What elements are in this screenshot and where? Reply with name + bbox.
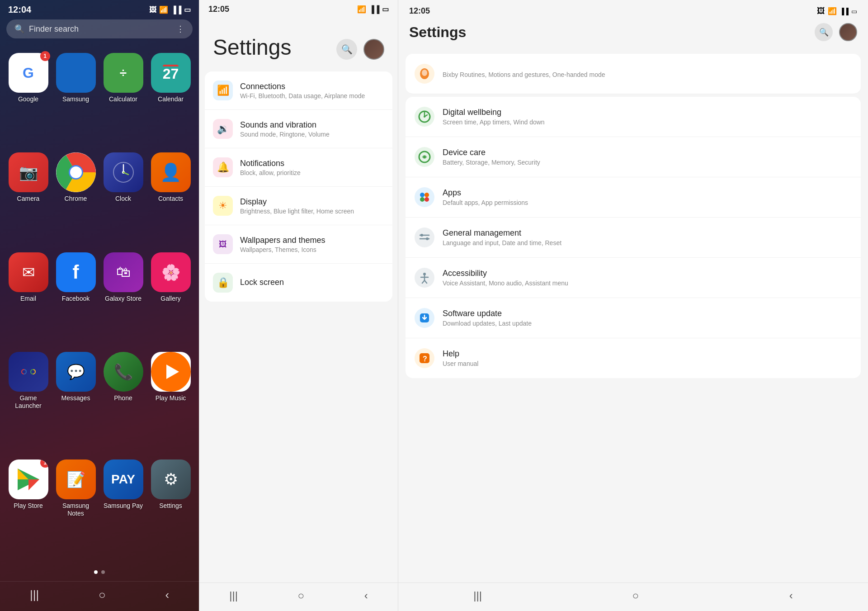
app-chrome[interactable]: Chrome bbox=[52, 148, 99, 247]
software-update-icon bbox=[415, 308, 434, 328]
finder-search-bar[interactable]: 🔍 Finder search ⋮ bbox=[6, 19, 193, 38]
home-screen: 12:04 🖼 📶 ▐▐ ▭ 🔍 Finder search ⋮ G 1 Goo… bbox=[0, 0, 199, 611]
back-button[interactable]: ‹ bbox=[789, 589, 793, 602]
settings-item-software-update[interactable]: Software update Download updates, Last u… bbox=[406, 298, 861, 338]
app-calculator[interactable]: ÷ Calculator bbox=[99, 48, 147, 148]
wallpapers-sub: Wallpapers, Themes, Icons bbox=[240, 246, 384, 253]
search-placeholder: Finder search bbox=[29, 24, 79, 34]
connections-title: Connections bbox=[240, 82, 384, 91]
settings-item-display[interactable]: ☀ Display Brightness, Blue light filter,… bbox=[205, 187, 392, 225]
settings-hero-icons: 🔍 bbox=[336, 39, 384, 60]
app-label-galaxy-store: Galaxy Store bbox=[105, 295, 142, 303]
app-contacts[interactable]: 👤 Contacts bbox=[147, 148, 194, 247]
app-google[interactable]: G 1 Google bbox=[5, 48, 52, 148]
app-samsung[interactable]: Samsung bbox=[52, 48, 99, 148]
help-sub: User manual bbox=[443, 360, 852, 367]
home-time: 12:04 bbox=[8, 5, 31, 15]
device-care-icon bbox=[415, 147, 434, 167]
app-label-contacts: Contacts bbox=[158, 195, 183, 203]
app-game-launcher[interactable]: Game Launcher bbox=[5, 347, 52, 455]
settings-item-wallpapers[interactable]: 🖼 Wallpapers and themes Wallpapers, Them… bbox=[205, 225, 392, 264]
app-label-messages: Messages bbox=[61, 394, 90, 402]
app-camera[interactable]: 📷 Camera bbox=[5, 148, 52, 247]
settings-item-help[interactable]: ? Help User manual bbox=[406, 338, 861, 378]
settings-item-lockscreen[interactable]: 🔒 Lock screen bbox=[205, 264, 392, 302]
wifi-icon: 📶 bbox=[828, 7, 837, 15]
settings-item-bixby[interactable]: Bixby Routines, Motions and gestures, On… bbox=[406, 54, 861, 94]
app-phone[interactable]: 📞 Phone bbox=[99, 347, 147, 455]
settings-item-device-care[interactable]: Device care Battery, Storage, Memory, Se… bbox=[406, 137, 861, 177]
battery-icon: ▭ bbox=[382, 5, 389, 14]
svg-point-22 bbox=[423, 156, 426, 158]
app-messages[interactable]: 💬 Messages bbox=[52, 347, 99, 455]
app-play-music[interactable]: Play Music bbox=[147, 347, 194, 455]
device-care-title: Device care bbox=[443, 148, 852, 157]
settings-list: 📶 Connections Wi-Fi, Bluetooth, Data usa… bbox=[199, 69, 398, 583]
app-label-samsung: Samsung bbox=[62, 95, 89, 103]
software-update-sub: Download updates, Last update bbox=[443, 320, 852, 327]
recents-button[interactable]: ||| bbox=[473, 589, 482, 602]
app-galaxy-store[interactable]: 🛍 Galaxy Store bbox=[99, 248, 147, 347]
app-label-clock: Clock bbox=[115, 195, 131, 203]
back-button[interactable]: ‹ bbox=[364, 589, 368, 602]
app-play-store[interactable]: 1 Play Store bbox=[5, 455, 52, 562]
signal-icon: ▐▐ bbox=[369, 5, 379, 14]
sounds-icon: 🔉 bbox=[213, 119, 233, 139]
notifications-title: Notifications bbox=[240, 159, 384, 168]
accessibility-sub: Voice Assistant, Mono audio, Assistant m… bbox=[443, 279, 852, 287]
settings-item-apps[interactable]: Apps Default apps, App permissions bbox=[406, 177, 861, 218]
app-label-settings: Settings bbox=[159, 502, 182, 510]
dot-1 bbox=[94, 570, 98, 574]
home-button[interactable]: ○ bbox=[632, 589, 639, 602]
home-button[interactable]: ○ bbox=[99, 588, 106, 602]
notifications-icon: 🔔 bbox=[213, 157, 233, 177]
search-button[interactable]: 🔍 bbox=[815, 23, 833, 41]
settings-item-accessibility[interactable]: Accessibility Voice Assistant, Mono audi… bbox=[406, 258, 861, 298]
app-samsung-pay[interactable]: PAY Samsung Pay bbox=[99, 455, 147, 562]
settings-item-general-management[interactable]: General management Language and input, D… bbox=[406, 218, 861, 258]
settings-item-connections[interactable]: 📶 Connections Wi-Fi, Bluetooth, Data usa… bbox=[205, 71, 392, 110]
app-label-phone: Phone bbox=[114, 394, 132, 402]
app-facebook[interactable]: f Facebook bbox=[52, 248, 99, 347]
svg-point-24 bbox=[425, 193, 429, 197]
settings-card-main: 📶 Connections Wi-Fi, Bluetooth, Data usa… bbox=[205, 71, 392, 302]
app-calendar[interactable]: 27 Calendar bbox=[147, 48, 194, 148]
more-options-icon[interactable]: ⋮ bbox=[176, 24, 184, 34]
settings-menu-screen: 12:05 📶 ▐▐ ▭ Settings 🔍 📶 Connections Wi… bbox=[199, 0, 398, 611]
sounds-sub: Sound mode, Ringtone, Volume bbox=[240, 131, 384, 138]
bixby-icon bbox=[415, 64, 434, 84]
avatar[interactable] bbox=[839, 23, 857, 41]
display-title: Display bbox=[240, 197, 384, 207]
app-settings[interactable]: ⚙ Settings bbox=[147, 455, 194, 562]
bixby-sub: Bixby Routines, Motions and gestures, On… bbox=[443, 71, 852, 78]
recents-button[interactable]: ||| bbox=[30, 588, 39, 602]
detail-header-icons: 🔍 bbox=[815, 23, 857, 41]
recents-button[interactable]: ||| bbox=[229, 589, 238, 602]
app-gallery[interactable]: 🌸 Gallery bbox=[147, 248, 194, 347]
app-label-play-music: Play Music bbox=[156, 394, 186, 402]
home-status-icons: 🖼 📶 ▐▐ ▭ bbox=[149, 5, 191, 14]
back-button[interactable]: ‹ bbox=[165, 588, 169, 602]
svg-line-35 bbox=[425, 280, 427, 283]
avatar[interactable] bbox=[363, 39, 384, 60]
settings-item-notifications[interactable]: 🔔 Notifications Block, allow, prioritize bbox=[205, 148, 392, 187]
detail-title-row: Settings 🔍 bbox=[398, 20, 868, 47]
search-button[interactable]: 🔍 bbox=[336, 39, 357, 60]
settings-item-digital-wellbeing[interactable]: Digital wellbeing Screen time, App timer… bbox=[406, 97, 861, 137]
help-title: Help bbox=[443, 349, 852, 359]
app-samsung-notes[interactable]: 📝 Samsung Notes bbox=[52, 455, 99, 562]
svg-point-2 bbox=[70, 166, 82, 178]
digital-wellbeing-title: Digital wellbeing bbox=[443, 108, 852, 117]
lockscreen-icon: 🔒 bbox=[213, 273, 233, 293]
sounds-title: Sounds and vibration bbox=[240, 120, 384, 130]
home-status-bar: 12:04 🖼 📶 ▐▐ ▭ bbox=[0, 0, 199, 17]
app-email[interactable]: ✉ Email bbox=[5, 248, 52, 347]
home-button[interactable]: ○ bbox=[298, 589, 305, 602]
settings-item-sounds[interactable]: 🔉 Sounds and vibration Sound mode, Ringt… bbox=[205, 110, 392, 148]
svg-point-25 bbox=[420, 197, 425, 202]
app-clock[interactable]: Clock bbox=[99, 148, 147, 247]
digital-wellbeing-icon bbox=[415, 107, 434, 127]
app-label-calendar: Calendar bbox=[158, 95, 184, 103]
device-care-sub: Battery, Storage, Memory, Security bbox=[443, 159, 852, 166]
connections-sub: Wi-Fi, Bluetooth, Data usage, Airplane m… bbox=[240, 92, 384, 99]
